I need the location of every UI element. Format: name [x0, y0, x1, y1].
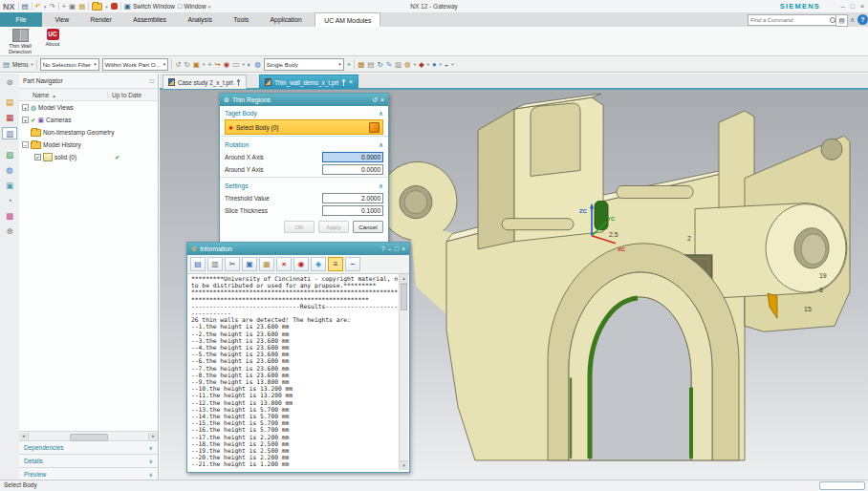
layer-settings-icon[interactable]: ▥	[395, 57, 401, 72]
rotation-section-header[interactable]: Rotation ∧	[225, 139, 383, 151]
help-icon[interactable]: ?	[857, 14, 868, 25]
around-y-axis-input[interactable]	[322, 164, 383, 175]
true-shading-icon[interactable]: ●	[432, 57, 437, 72]
expand-icon[interactable]: +	[22, 104, 29, 111]
reuse-library-icon[interactable]: ▧	[2, 149, 17, 161]
cut-icon[interactable]: ✂	[225, 257, 240, 271]
target-body-section-header[interactable]: Taget Body ∧	[225, 107, 383, 119]
expand-icon[interactable]: +	[22, 117, 29, 123]
view-options-icon[interactable]: ◈	[311, 257, 326, 271]
menu-icon[interactable]: ▤	[3, 57, 10, 72]
find-command-box[interactable]	[748, 14, 837, 26]
effects-icon[interactable]: ◒	[445, 57, 449, 72]
redo-view-icon[interactable]: ↻	[184, 57, 190, 72]
close-window-icon[interactable]: ×	[401, 243, 405, 255]
work-plane-icon[interactable]: ▣	[193, 57, 200, 72]
resource-gear-icon[interactable]: ⊚	[2, 76, 17, 89]
assembly-navigator-icon[interactable]: ▤	[2, 96, 17, 109]
part-navigator-icon[interactable]: ▥	[2, 127, 17, 139]
show-panel-icon[interactable]: ▤	[367, 57, 374, 72]
information-title-bar[interactable]: ⊚ Information ? – □ ×	[187, 243, 409, 255]
selection-filter-dropdown[interactable]: No Selection Filter ▾	[40, 58, 99, 71]
move-object-icon[interactable]: ↪	[215, 57, 221, 72]
internet-browser-icon[interactable]: ◍	[2, 164, 17, 177]
close-tab-icon[interactable]: ×	[349, 76, 353, 88]
roles-icon[interactable]: ⊛	[2, 225, 17, 238]
3d-model-body[interactable]	[379, 94, 850, 460]
settings-sync-icon[interactable]: +	[347, 57, 351, 72]
scroll-right-icon[interactable]: ►	[148, 433, 158, 440]
tab-view[interactable]: View	[46, 12, 77, 27]
tab-application[interactable]: Application	[262, 12, 311, 27]
scroll-thumb[interactable]	[70, 434, 108, 441]
shaded-view-icon[interactable]: ◐	[248, 57, 252, 72]
save-icon[interactable]: ▤	[22, 0, 29, 12]
rotate-icon[interactable]: ◉	[224, 57, 230, 72]
redo-icon[interactable]: ↷	[49, 0, 54, 12]
thin-wall-detection-button[interactable]: Thin Wall Detection	[2, 29, 38, 55]
notes-icon[interactable]: ▣	[2, 180, 17, 192]
find-command-input[interactable]	[749, 17, 829, 23]
orient-view-icon[interactable]: ◍	[254, 57, 261, 72]
apply-button[interactable]: Apply	[318, 221, 349, 233]
around-x-axis-input[interactable]	[322, 152, 383, 162]
dialog-title-bar[interactable]: ⊚ Thin Regions ↺ ×	[220, 94, 388, 106]
ok-button[interactable]: OK	[284, 221, 315, 233]
window-layout-icon[interactable]: ▦	[358, 57, 364, 72]
constraint-navigator-icon[interactable]: ▦	[2, 112, 17, 124]
select-body-row[interactable]: ✱ Select Body (0)	[225, 119, 383, 135]
rectangle-select-icon[interactable]: ▭	[232, 57, 239, 72]
column-name[interactable]: Name▲	[19, 92, 107, 98]
minimize-button[interactable]: –	[841, 3, 845, 10]
section-dependencies[interactable]: Dependencies ∨	[19, 440, 158, 454]
section-details[interactable]: Details ∨	[19, 454, 158, 467]
paste-icon[interactable]: ▦	[78, 0, 85, 12]
undock-panel-icon[interactable]: □	[150, 77, 154, 84]
open-caret-icon[interactable]: ▾	[105, 4, 108, 10]
point-constructor-icon[interactable]: +	[207, 57, 211, 72]
tree-row-cameras[interactable]: + ✔ ▣ Cameras	[19, 114, 158, 126]
maximize-window-icon[interactable]: □	[395, 243, 399, 255]
window-grid-icon[interactable]: ◍	[404, 57, 411, 72]
minimize-window-icon[interactable]: –	[388, 243, 392, 255]
vertical-scrollbar[interactable]: ▲ ▼	[399, 274, 408, 470]
threshold-value-input[interactable]	[322, 193, 383, 203]
slice-thickness-input[interactable]	[322, 205, 383, 216]
tab-assemblies[interactable]: Assemblies	[124, 12, 175, 27]
scroll-down-icon[interactable]: ▼	[400, 460, 408, 470]
doc-tab-case-study[interactable]: Case study 2_x_t.prt	[163, 75, 247, 89]
collapse-icon[interactable]: −	[22, 141, 29, 148]
horizontal-scrollbar[interactable]: ◄ ►	[19, 431, 158, 440]
paste-icon[interactable]: ▦	[259, 257, 274, 271]
about-button[interactable]: UC About	[40, 29, 65, 47]
cut-icon[interactable]: +	[62, 0, 66, 12]
delete-icon[interactable]: ×	[276, 257, 292, 271]
undo-caret-icon[interactable]: ▾	[44, 4, 47, 10]
find-icon[interactable]: ◉	[293, 257, 309, 271]
collapse-output-icon[interactable]: −	[345, 257, 360, 271]
tree-row-model-history[interactable]: − Model History	[19, 139, 158, 151]
selection-scope-dropdown[interactable]: Within Work Part O... ▾	[102, 58, 169, 71]
pin-icon[interactable]	[341, 79, 346, 86]
cancel-button[interactable]: Cancel	[353, 221, 383, 233]
tab-tools[interactable]: Tools	[225, 12, 257, 27]
doc-tab-thin-wall-demo[interactable]: Thin_wall_demo_x_t.prt ×	[259, 75, 358, 89]
tab-uc-am-modules[interactable]: UC AM Modules	[315, 12, 380, 27]
scroll-left-icon[interactable]: ◄	[19, 433, 29, 440]
help-icon[interactable]: ?	[381, 243, 385, 255]
section-preview[interactable]: Preview ∨	[19, 467, 158, 480]
body-type-dropdown[interactable]: Single Body ▾	[264, 58, 344, 71]
undo-icon[interactable]: ↶	[35, 0, 41, 12]
copy-icon[interactable]: ▣	[242, 257, 257, 271]
close-button[interactable]: ×	[860, 3, 864, 10]
pin-icon[interactable]	[236, 79, 241, 86]
scroll-up-icon[interactable]: ▲	[400, 274, 408, 284]
snap-point-icon[interactable]: ↺	[175, 57, 181, 72]
restore-button[interactable]: □	[851, 3, 855, 10]
scroll-thumb[interactable]	[401, 284, 407, 310]
save-file-icon[interactable]: ▤	[190, 257, 206, 271]
minimize-ribbon-icon[interactable]: ∧	[847, 14, 857, 25]
reset-icon[interactable]: ↺	[372, 94, 378, 106]
history-icon[interactable]: ◔	[2, 195, 17, 207]
switch-window-button[interactable]: ▣ Switch Window	[124, 0, 175, 12]
